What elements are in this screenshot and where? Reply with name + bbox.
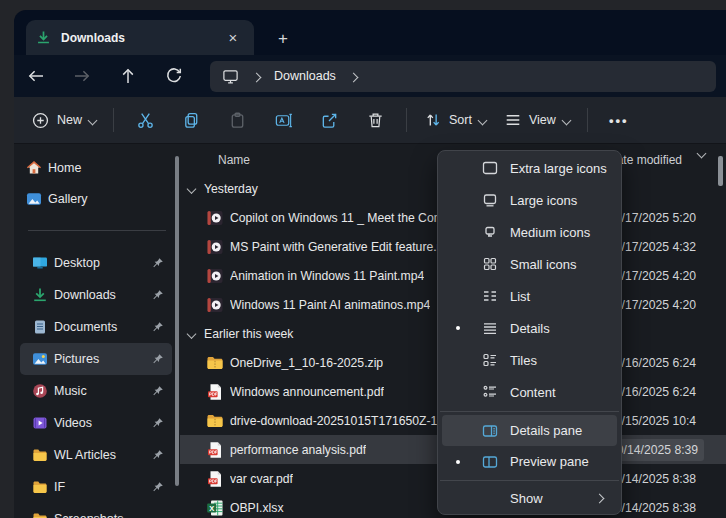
sidebar-item-label: Screenshots: [54, 512, 123, 518]
menu-item-extra-large-icons[interactable]: Extra large icons: [442, 152, 617, 184]
pin-icon: [152, 353, 164, 365]
ellipsis-icon: •••: [609, 113, 629, 128]
delete-button[interactable]: [355, 103, 395, 137]
pdf-file-icon: [206, 383, 224, 401]
folder-icon: [32, 479, 48, 495]
share-button[interactable]: [309, 103, 349, 137]
pictures-icon: [32, 351, 48, 367]
tab-title: Downloads: [61, 31, 125, 45]
sidebar-item-if[interactable]: IF: [20, 471, 172, 503]
menu-item-label: Details pane: [510, 423, 582, 438]
small-icons-icon: [481, 255, 499, 273]
cut-button[interactable]: [125, 103, 165, 137]
file-name: Copilot on Windows 11 _ Meet the Compu: [230, 211, 457, 225]
breadcrumb-separator-icon: [253, 67, 260, 85]
mp4-file-icon: [206, 296, 224, 314]
menu-item-tiles[interactable]: Tiles: [442, 344, 617, 376]
menu-item-label: Small icons: [510, 257, 576, 272]
up-button[interactable]: [112, 61, 144, 91]
collapse-chevron-icon[interactable]: [187, 329, 197, 339]
tab-downloads[interactable]: Downloads ×: [26, 20, 254, 55]
tiles-icon: [481, 351, 499, 369]
menu-item-medium-icons[interactable]: Medium icons: [442, 216, 617, 248]
menu-item-list[interactable]: List: [442, 280, 617, 312]
forward-button[interactable]: [66, 61, 98, 91]
pin-icon: [152, 321, 164, 333]
sidebar-item-gallery[interactable]: Gallery: [20, 183, 172, 214]
gallery-icon: [26, 191, 42, 207]
trash-icon: [366, 111, 385, 130]
sidebar-item-videos[interactable]: Videos: [20, 407, 172, 439]
this-pc-monitor-icon[interactable]: [222, 68, 239, 85]
mp4-file-icon: [206, 238, 224, 256]
file-name: Windows announcement.pdf: [230, 385, 384, 399]
menu-item-details-pane[interactable]: Details pane: [442, 415, 617, 446]
menu-item-label: Large icons: [510, 193, 577, 208]
pin-icon: [152, 385, 164, 397]
view-button-label: View: [529, 113, 556, 127]
collapse-chevron-icon[interactable]: [187, 184, 197, 194]
menu-item-label: Details: [510, 321, 550, 336]
menu-separator: [440, 411, 619, 412]
sidebar-item-wl-articles[interactable]: WL Articles: [20, 439, 172, 471]
sidebar-item-downloads[interactable]: Downloads: [20, 279, 172, 311]
sidebar-item-partial[interactable]: Screenshots: [20, 503, 172, 518]
breadcrumb-separator-icon[interactable]: [350, 67, 357, 85]
paste-button[interactable]: [217, 103, 257, 137]
menu-item-label: Content: [510, 385, 556, 400]
title-bar: Downloads × +: [14, 10, 726, 55]
see-more-button[interactable]: •••: [599, 103, 639, 137]
file-list-scrollbar[interactable]: [718, 156, 723, 186]
videos-icon: [32, 415, 48, 431]
file-name: Windows 11 Paint AI animatinos.mp4: [230, 298, 430, 312]
menu-item-details[interactable]: Details: [442, 312, 617, 344]
menu-item-show[interactable]: Show: [442, 484, 617, 512]
sidebar-item-desktop[interactable]: Desktop: [20, 247, 172, 279]
sidebar-item-music[interactable]: Music: [20, 375, 172, 407]
file-name: Animation in Windows 11 Paint.mp4: [230, 269, 424, 283]
file-name: drive-download-20251015T171650Z-1-001.: [230, 414, 465, 428]
new-button-label: New: [57, 113, 82, 127]
refresh-button[interactable]: [158, 61, 190, 91]
rename-icon: [274, 111, 293, 130]
menu-item-small-icons[interactable]: Small icons: [442, 248, 617, 280]
file-name: OneDrive_1_10-16-2025.zip: [230, 356, 383, 370]
view-lines-icon: [504, 111, 522, 129]
menu-separator: [440, 480, 619, 481]
pin-icon: [152, 417, 164, 429]
view-button[interactable]: View: [495, 103, 579, 137]
column-header-name[interactable]: Name: [218, 153, 250, 167]
file-name: var cvar.pdf: [230, 472, 293, 486]
sidebar-item-label: WL Articles: [54, 448, 116, 462]
new-tab-button[interactable]: +: [268, 26, 298, 52]
copy-button[interactable]: [171, 103, 211, 137]
sort-button[interactable]: Sort: [415, 103, 495, 137]
rename-button[interactable]: [263, 103, 303, 137]
toolbar-divider: [406, 108, 407, 132]
paste-icon: [228, 111, 247, 130]
sidebar-item-label: Music: [54, 384, 87, 398]
selected-bullet-icon: [456, 326, 460, 330]
menu-item-large-icons[interactable]: Large icons: [442, 184, 617, 216]
mp4-file-icon: [206, 267, 224, 285]
desktop-icon: [32, 255, 48, 271]
sidebar-item-home[interactable]: Home: [20, 152, 172, 183]
large-icons-icon: [481, 191, 499, 209]
menu-item-preview-pane[interactable]: Preview pane: [442, 446, 617, 477]
back-button[interactable]: [20, 61, 52, 91]
group-label: Yesterday: [204, 182, 258, 196]
tab-close-icon[interactable]: ×: [222, 27, 244, 49]
sidebar-item-documents[interactable]: Documents: [20, 311, 172, 343]
address-bar[interactable]: Downloads: [210, 61, 716, 92]
sidebar-scrollbar[interactable]: [175, 156, 179, 486]
menu-item-content[interactable]: Content: [442, 376, 617, 408]
navigation-pane: Home Gallery Desktop Downloads: [14, 144, 180, 518]
pin-icon: [152, 481, 164, 493]
sidebar-item-label: Downloads: [54, 288, 116, 302]
sidebar-item-pictures[interactable]: Pictures: [20, 343, 172, 375]
new-button[interactable]: New: [22, 103, 105, 137]
details-icon: [481, 319, 499, 337]
folder-icon: [32, 511, 48, 518]
menu-item-label: List: [510, 289, 530, 304]
breadcrumb-location[interactable]: Downloads: [274, 69, 336, 83]
